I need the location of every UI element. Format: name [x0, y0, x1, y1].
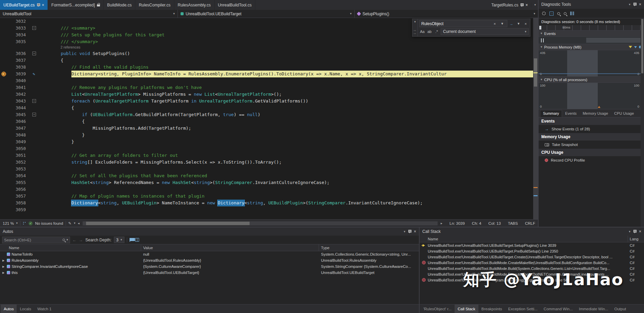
variable-value[interactable]: {System.CultureAwareComparer}: [141, 264, 319, 269]
code-line[interactable]: 3046 {: [0, 118, 533, 125]
variable-name-cell[interactable]: NameToInfo: [0, 252, 141, 256]
search-history-chevron-icon[interactable]: ▾: [499, 21, 505, 27]
fold-margin[interactable]: [31, 152, 39, 159]
code-line[interactable]: 3045– if (UEBuildPlatform.GetBuildPlatfo…: [0, 111, 533, 118]
table-row[interactable]: ▶this{UnrealBuildTool.UEBuildTarget}Unre…: [0, 270, 419, 276]
column-options-icon[interactable]: [135, 238, 139, 242]
chevron-down-icon[interactable]: ▾: [66, 238, 68, 241]
code-line[interactable]: 3035 /// </summary>: [0, 38, 533, 45]
breakpoint-margin[interactable]: [0, 111, 9, 118]
breakpoint-margin[interactable]: [0, 186, 9, 193]
code-line[interactable]: 3051 // Get an array of folders to filte…: [0, 152, 533, 159]
whole-word-toggle[interactable]: ab: [426, 29, 433, 35]
summary-action-label[interactable]: Take Snapshot: [552, 143, 578, 147]
horizontal-scrollbar[interactable]: [83, 221, 438, 225]
fold-margin[interactable]: [31, 45, 39, 50]
search-depth-dropdown[interactable]: 3 ▾: [114, 237, 124, 243]
breakpoint-margin[interactable]: [0, 132, 9, 139]
edit-pencil-icon[interactable]: ✎: [68, 221, 72, 226]
chevron-down-icon[interactable]: ▾: [350, 12, 352, 15]
health-check-icon[interactable]: ✓: [29, 221, 33, 225]
breakpoint-margin[interactable]: [0, 38, 9, 45]
collapse-chevron-icon[interactable]: ▾: [541, 78, 542, 81]
stack-frame-row[interactable]: UnrealBuildTool.exe!UnrealBuildTool.UEBu…: [420, 248, 644, 254]
code-line[interactable]: 2 references: [0, 45, 533, 50]
fold-margin[interactable]: [31, 77, 39, 84]
filter-funnel-icon[interactable]: [629, 46, 632, 48]
breakpoint-margin[interactable]: [0, 179, 9, 186]
code-line[interactable]: 3042 List<UnrealTargetPlatform> MissingP…: [0, 91, 533, 98]
find-options-chevron-icon[interactable]: ▾: [515, 21, 522, 27]
code-line[interactable]: 3056: [0, 186, 533, 193]
table-row[interactable]: ▶RulesAssembly{UnrealBuildTool.RulesAsse…: [0, 257, 419, 263]
timeline-ruler[interactable]: 90ms: [539, 25, 644, 31]
zoom-in-icon[interactable]: [557, 12, 560, 15]
diag-tab-memory-usage[interactable]: Memory Usage: [580, 110, 611, 117]
pin-icon[interactable]: [520, 3, 523, 7]
clear-icon[interactable]: ×: [492, 21, 498, 27]
zoom-chevron-icon[interactable]: ▾: [16, 222, 18, 225]
memory-graph[interactable]: 435 0 435 0: [539, 50, 644, 77]
breakpoint-margin[interactable]: [0, 152, 9, 159]
fold-margin[interactable]: [31, 32, 39, 38]
summary-action[interactable]: Record CPU Profile: [539, 156, 644, 164]
code-line[interactable]: 3052 string[] ExcludeFolders = MissingPl…: [0, 159, 533, 166]
fold-margin[interactable]: ✎: [31, 71, 39, 77]
breakpoint-margin[interactable]: [0, 77, 9, 84]
panel-tab-command-win-[interactable]: Command Win...: [541, 305, 576, 313]
chevron-down-icon[interactable]: ▾: [173, 12, 175, 15]
search-next-icon[interactable]: →: [79, 238, 83, 242]
fold-margin[interactable]: [31, 200, 39, 206]
code-line[interactable]: 3040: [0, 77, 533, 84]
chevron-down-icon[interactable]: ▾: [414, 20, 416, 23]
panel-tab-watch-1[interactable]: Watch 1: [34, 305, 55, 313]
code-line[interactable]: 3041 // Remove any plugins for platforms…: [0, 84, 533, 91]
document-tab[interactable]: RulesCompiler.cs: [135, 0, 174, 10]
breakpoint-margin[interactable]: [0, 159, 9, 166]
scroll-right-icon[interactable]: ▸: [441, 222, 442, 225]
close-icon[interactable]: ×: [525, 3, 528, 7]
scrollbar-thumb[interactable]: [86, 222, 249, 225]
document-tab[interactable]: RulesAssembly.cs: [174, 0, 215, 10]
fold-margin[interactable]: [31, 84, 39, 91]
fold-margin[interactable]: [31, 186, 39, 193]
fold-margin[interactable]: [31, 206, 39, 213]
fold-margin[interactable]: –: [31, 50, 39, 57]
scroll-left-icon[interactable]: ◂: [78, 222, 80, 225]
diag-tab-cpu-usage[interactable]: CPU Usage: [611, 110, 637, 117]
breakpoint-margin[interactable]: [0, 45, 9, 50]
code-line[interactable]: 3044 {: [0, 105, 533, 111]
document-tab[interactable]: UEBuildTarget.cs×: [0, 0, 48, 10]
fold-margin[interactable]: [31, 159, 39, 166]
breakpoint-margin[interactable]: [0, 172, 9, 179]
chevron-down-icon[interactable]: ▾: [525, 30, 526, 33]
member-dropdown[interactable]: SetupPlugins() ▾: [355, 10, 538, 18]
callstack-title-bar[interactable]: Call Stack ▾ ×: [420, 227, 644, 236]
code-line[interactable]: 3059: [0, 206, 533, 213]
variable-name-cell[interactable]: ▶StringComparer.InvariantCultureIgnoreCa…: [0, 264, 141, 269]
fold-margin[interactable]: [31, 118, 39, 125]
code-line[interactable]: 3043– foreach (UnrealTargetPlatform Targ…: [0, 98, 533, 105]
pin-icon[interactable]: [633, 2, 636, 6]
health-status[interactable]: No issues found: [35, 221, 63, 225]
stack-frame-row[interactable]: UnrealBuildTool.exe!UnrealBuildTool.Buil…: [420, 260, 644, 265]
table-row[interactable]: ▶StringComparer.InvariantCultureIgnoreCa…: [0, 263, 419, 270]
editor-vertical-scrollbar[interactable]: [533, 18, 538, 219]
breakpoint-margin[interactable]: [0, 206, 9, 213]
fold-margin[interactable]: [31, 193, 39, 200]
document-tab-targetrules[interactable]: TargetRules.cs ×: [488, 3, 531, 7]
fold-margin[interactable]: –: [31, 25, 39, 32]
close-find-icon[interactable]: ×: [523, 21, 529, 27]
search-prev-icon[interactable]: ←: [72, 238, 77, 242]
variable-name-cell[interactable]: ▶this: [0, 271, 141, 275]
fold-margin[interactable]: [31, 38, 39, 45]
diag-tab-events[interactable]: Events: [562, 110, 580, 117]
code-line[interactable]: 3058 Dictionary<string, UEBuildPlugin> N…: [0, 200, 533, 206]
diag-tab-summary[interactable]: Summary: [540, 110, 562, 117]
close-icon[interactable]: ×: [414, 229, 416, 234]
fold-margin[interactable]: [31, 18, 39, 25]
cpu-section-header[interactable]: ▾ CPU (% of all processors): [539, 77, 644, 83]
code-lines[interactable]: 30323033– /// <summary>3034 /// Sets up …: [0, 18, 533, 219]
breakpoint-margin[interactable]: [0, 25, 9, 32]
search-scope-dropdown[interactable]: Current document ▾: [441, 28, 529, 35]
